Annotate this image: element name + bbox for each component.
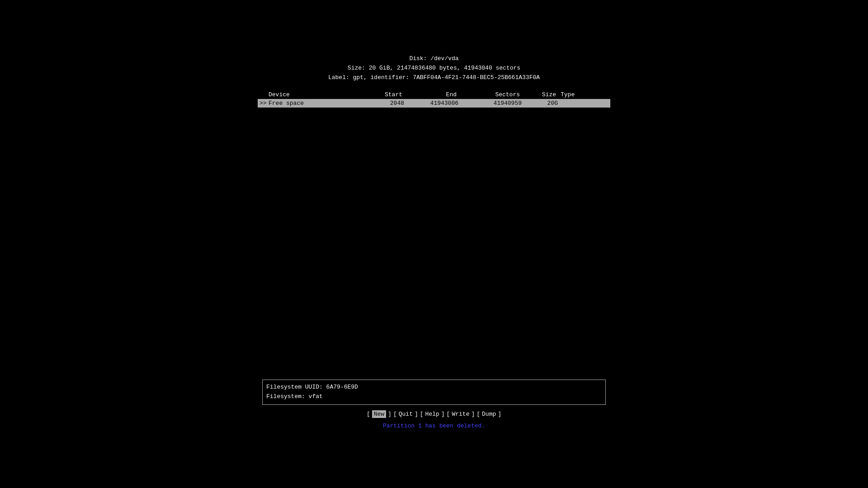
filesystem-info-box: Filesystem UUID: 6A79-6E9D Filesystem: v… <box>262 380 606 405</box>
row-sectors: 41940959 <box>458 100 522 107</box>
dump-button[interactable]: Dump <box>482 411 496 418</box>
row-start: 2048 <box>350 100 404 107</box>
table-row[interactable]: >> Free space 2048 41943006 41940959 20G <box>258 99 610 108</box>
bottom-section: Filesystem UUID: 6A79-6E9D Filesystem: v… <box>262 380 606 429</box>
row-device: Free space <box>269 100 350 107</box>
table-header: Device Start End Sectors Size Type <box>258 90 610 99</box>
partition-table: Device Start End Sectors Size Type >> Fr… <box>258 90 610 108</box>
header-end: End <box>402 91 457 98</box>
new-button[interactable]: New <box>372 410 386 418</box>
row-size: 20G <box>522 100 558 107</box>
bracket-quit-close: ] <box>415 411 418 418</box>
header-size: Size <box>520 91 556 98</box>
bracket-dump-open: [ <box>476 411 480 418</box>
bracket-new-close: ] <box>388 411 392 418</box>
status-message: Partition 1 has been deleted. <box>262 422 606 429</box>
row-end: 41943006 <box>404 100 458 107</box>
bracket-quit-open: [ <box>393 411 397 418</box>
quit-button[interactable]: Quit <box>399 411 413 418</box>
header-start: Start <box>348 91 402 98</box>
menu-bar: [ New ] [ Quit ] [ Help ] [ Write ] [ Du… <box>262 410 606 418</box>
bracket-dump-close: ] <box>498 411 501 418</box>
bracket-help-open: [ <box>420 411 424 418</box>
help-button[interactable]: Help <box>425 411 439 418</box>
header-sectors: Sectors <box>457 91 520 98</box>
bracket-write-close: ] <box>471 411 475 418</box>
filesystem-type-line: Filesystem: vfat <box>266 392 602 402</box>
bracket-write-open: [ <box>447 411 450 418</box>
disk-size: Size: 20 GiB, 21474836480 bytes, 4194304… <box>328 64 540 73</box>
filesystem-uuid-line: Filesystem UUID: 6A79-6E9D <box>266 383 602 392</box>
write-button[interactable]: Write <box>452 411 469 418</box>
disk-title: Disk: /dev/vda <box>328 54 540 64</box>
disk-info: Disk: /dev/vda Size: 20 GiB, 21474836480… <box>328 54 540 82</box>
bracket-new-open: [ <box>367 411 370 418</box>
bracket-help-close: ] <box>441 411 445 418</box>
header-device: Device <box>258 91 348 98</box>
row-arrow: >> <box>259 100 269 107</box>
header-type: Type <box>556 91 592 98</box>
main-container: Disk: /dev/vda Size: 20 GiB, 21474836480… <box>0 0 868 488</box>
disk-label: Label: gpt, identifier: 7ABFF04A-4F21-74… <box>328 73 540 83</box>
